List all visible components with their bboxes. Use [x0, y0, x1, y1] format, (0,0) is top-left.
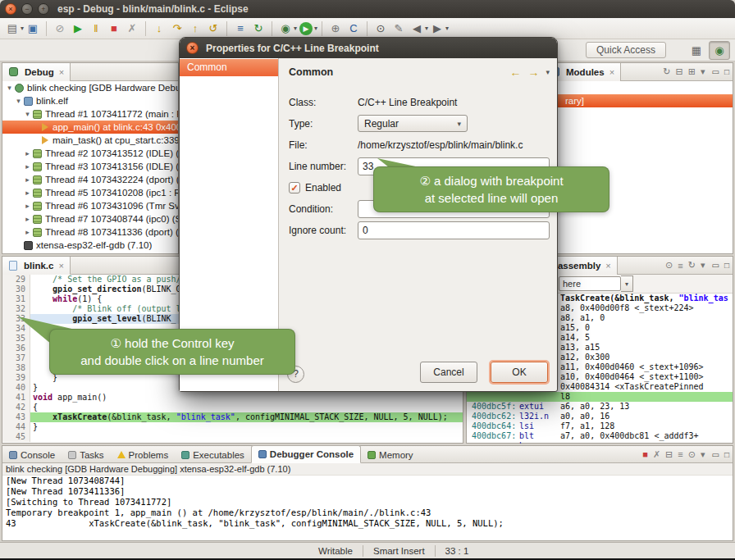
tree-expander-icon[interactable]: ▸ [23, 215, 32, 223]
window-minimize-icon[interactable]: − [21, 3, 33, 15]
chevron-down-icon[interactable]: ▾ [314, 25, 317, 32]
tree-expander-icon[interactable]: ▾ [14, 97, 23, 105]
chevron-down-icon[interactable]: ▾ [294, 25, 297, 32]
refresh-icon[interactable]: ↻ [663, 66, 670, 77]
code-text[interactable]: xTaskCreate(&blink_task, "blink_task", c… [30, 412, 463, 422]
toolbar-new-cpp-icon[interactable]: C [345, 20, 362, 37]
toolbar-disconnect-icon[interactable]: ✗ [124, 20, 140, 37]
view-menu-icon[interactable]: ▾ [701, 260, 705, 271]
forward-icon[interactable]: → [527, 66, 539, 79]
minimize-icon[interactable]: ▭ [712, 67, 719, 76]
window-maximize-icon[interactable]: + [38, 3, 49, 15]
console-tab-console[interactable]: Console [2, 447, 62, 463]
disassembly-line[interactable]: 400dbc67:blt a7, a0, 0x400dbc81 <_adddf3… [467, 431, 733, 441]
line-number[interactable]: 31 [2, 294, 30, 304]
disassembly-line[interactable]: 400dbc62:l32i.n a0, a0, 16 [467, 412, 733, 421]
debug-tree-item[interactable]: ▸Thread #2 1073413512 (IDLE) (Susp [2, 147, 178, 160]
line-number[interactable]: 34 [2, 324, 30, 334]
line-number[interactable]: 41 [2, 393, 30, 403]
debug-tree-item[interactable]: ▸Thread #3 1073413156 (IDLE) (Susp [2, 160, 178, 173]
ok-button[interactable]: OK [491, 362, 548, 383]
back-icon[interactable]: ← [509, 66, 521, 79]
location-input[interactable] [559, 276, 621, 291]
line-number[interactable]: 33 [2, 314, 30, 324]
toolbar-back-icon[interactable]: ◀ [409, 20, 425, 37]
toolbar-step-into-icon[interactable]: ↓ [151, 20, 167, 37]
toolbar-save-icon[interactable]: ▣ [25, 20, 41, 37]
line-number[interactable]: 40 [2, 383, 30, 393]
dialog-close-icon[interactable]: × [186, 42, 199, 54]
pin-console-icon[interactable]: ⊙ [688, 449, 696, 460]
toolbar-skip-all-breakpoints-icon[interactable]: ⊘ [52, 20, 68, 37]
line-number[interactable]: 32 [2, 304, 30, 314]
line-number[interactable]: 44 [2, 422, 30, 432]
tree-expander-icon[interactable]: ▸ [23, 149, 32, 157]
debug-tree-item[interactable]: ▸Thread #6 1073431096 (Tmr Svc) (S [2, 199, 178, 212]
debug-tree-item[interactable]: ▾blink.elf [2, 94, 178, 107]
line-number[interactable]: 38 [2, 363, 30, 373]
remove-launch-icon[interactable]: ✗ [653, 449, 660, 460]
minimize-icon[interactable]: ▭ [712, 261, 719, 270]
debug-tree-item[interactable]: ▸Thread #5 1073410208 (ipc1 : Runni [2, 186, 178, 199]
expand-all-icon[interactable]: ⊞ [688, 66, 696, 77]
maximize-icon[interactable]: □ [724, 67, 729, 76]
code-text[interactable]: void app_main() [30, 393, 463, 403]
debug-tree-item[interactable]: main_task() at cpu_start.c:339 0x4 [2, 134, 178, 147]
enabled-checkbox[interactable]: ✓ [289, 182, 300, 193]
console-tab-tasks[interactable]: Tasks [62, 447, 110, 463]
toolbar-build-icon[interactable]: ⊕ [327, 20, 344, 37]
line-number[interactable]: 30 [2, 285, 30, 294]
close-icon[interactable]: × [59, 67, 64, 77]
tree-expander-icon[interactable]: ▸ [23, 162, 32, 171]
toolbar-last-edit-location-icon[interactable]: ✎ [390, 20, 407, 37]
debug-tree-item[interactable]: ▾Thread #1 1073411772 (main : Runn [2, 107, 178, 121]
toolbar-new-icon[interactable]: ▤ [4, 20, 21, 37]
console-tab-executables[interactable]: Executables [175, 447, 251, 463]
toolbar-step-return-icon[interactable]: ↑ [187, 20, 203, 37]
clear-console-icon[interactable]: ⊟ [665, 449, 673, 460]
refresh-icon[interactable]: ↻ [688, 260, 696, 271]
chevron-down-icon[interactable]: ▾ [621, 275, 633, 292]
perspective-debug-icon[interactable]: ◉ [709, 41, 730, 60]
line-number[interactable]: 39 [2, 373, 30, 383]
view-menu-icon[interactable]: ▾ [546, 68, 550, 76]
console-tab-memory[interactable]: Memory [361, 447, 420, 463]
toolbar-search-icon[interactable]: ⊙ [372, 20, 389, 37]
toolbar-step-over-icon[interactable]: ↷ [169, 20, 185, 37]
line-number[interactable]: 29 [2, 275, 30, 285]
perspective-cpp-icon[interactable]: ▦ [686, 41, 707, 60]
chevron-down-icon[interactable]: ▾ [445, 25, 449, 32]
console-tab-debugger-console[interactable]: Debugger Console [251, 445, 361, 463]
code-text[interactable] [30, 432, 463, 442]
disassembly-line[interactable]: 400dbc64:lsi f7, a1, 128 [467, 421, 733, 431]
tree-expander-icon[interactable]: ▾ [5, 84, 14, 92]
toolbar-run-icon[interactable]: ▶ [299, 22, 313, 35]
scroll-lock-icon[interactable]: ≡ [678, 449, 682, 459]
tab-debug[interactable]: Debug × [2, 63, 71, 81]
tree-expander-icon[interactable]: ▾ [23, 110, 32, 118]
toolbar-restart-icon[interactable]: ↻ [250, 20, 267, 37]
debug-tree-item[interactable]: ▾blink checking [GDB Hardware Debug [2, 81, 178, 94]
dialog-nav-common[interactable]: Common [180, 59, 278, 76]
tree-expander-icon[interactable]: ▸ [23, 189, 32, 197]
home-icon[interactable]: ⊙ [665, 260, 673, 271]
debug-tree-item[interactable]: ▸Thread #4 1073432224 (dport) (Susp [2, 173, 178, 186]
tree-expander-icon[interactable]: ▸ [23, 175, 32, 184]
toolbar-drop-to-frame-icon[interactable]: ↺ [205, 20, 221, 37]
close-icon[interactable]: × [58, 261, 63, 271]
line-number[interactable]: 36 [2, 344, 30, 353]
debug-tree-item[interactable]: ▸Thread #7 1073408744 (ipc0) (Susp [2, 212, 178, 225]
debug-tree-item[interactable]: xtensa-esp32-elf-gdb (7.10) [2, 239, 178, 252]
toolbar-suspend-icon[interactable]: ‖ [88, 20, 104, 37]
view-menu-icon[interactable]: ▾ [701, 66, 705, 77]
line-number[interactable]: 35 [2, 334, 30, 344]
collapse-all-icon[interactable]: ⊟ [676, 66, 683, 77]
cancel-button[interactable]: Cancel [420, 362, 477, 383]
maximize-icon[interactable]: □ [724, 261, 729, 270]
disassembly-line[interactable]: 400dbc5f:extui a6, a0, 23, 13 [467, 402, 733, 412]
toolbar-debug-icon[interactable]: ◉ [277, 20, 294, 37]
line-number[interactable]: 43 [2, 412, 30, 422]
link-with-active-context-icon[interactable]: ≡ [678, 261, 682, 271]
minimize-icon[interactable]: ▭ [712, 450, 719, 459]
ignore-count-input[interactable] [358, 221, 550, 239]
